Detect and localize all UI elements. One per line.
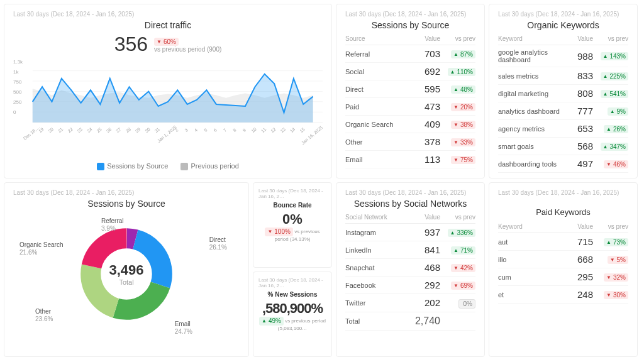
table-row: Other378▼33% <box>345 133 475 151</box>
social-total-row: Total2,740 <box>345 312 475 330</box>
bounce-card: Last 30 days (Dec 18, 2024 - Jan 16, 2… … <box>253 182 332 268</box>
svg-text:22: 22 <box>67 127 74 134</box>
svg-text:2: 2 <box>174 128 179 133</box>
card-title: Direct traffic <box>13 20 323 30</box>
svg-text:26: 26 <box>106 127 113 134</box>
svg-text:30: 30 <box>144 127 151 134</box>
table-row: smart goals568▲347% <box>498 138 628 155</box>
donut-label-direct: Direct26.1% <box>209 236 227 251</box>
table-row: LinkedIn841▲71% <box>345 241 475 259</box>
table-row: Paid473▼20% <box>345 98 475 116</box>
legend-previous[interactable]: Previous period <box>180 162 238 170</box>
svg-text:29: 29 <box>135 127 142 134</box>
svg-text:23: 23 <box>77 127 84 134</box>
table-row: Email113▼75% <box>345 151 475 168</box>
social-card: Last 30 days (Dec 18, 2024 - Jan 16, 202… <box>336 182 485 357</box>
svg-text:3: 3 <box>184 128 189 133</box>
social-table: Social NetworkValuevs prev Instagram937▲… <box>345 211 475 331</box>
svg-text:25: 25 <box>96 127 103 134</box>
y-axis-labels: 1.3k 1k 750 500 250 0 <box>13 60 23 120</box>
svg-text:7: 7 <box>223 128 228 133</box>
table-row: illo668▼5% <box>498 251 628 268</box>
svg-text:20: 20 <box>48 127 55 134</box>
table-row: Social692▲110% <box>345 63 475 80</box>
direct-traffic-card: Last 30 days (Dec 18, 2024 - Jan 16, 202… <box>4 4 332 178</box>
donut-label-other: Other23.6% <box>35 308 53 323</box>
table-row: cum295▼32% <box>498 268 628 286</box>
table-row: google analytics dashboard988▲143% <box>498 45 628 67</box>
table-row: agency metrics653▲26% <box>498 120 628 138</box>
svg-text:27: 27 <box>115 127 122 134</box>
svg-text:Dec 18,…: Dec 18,… <box>23 124 42 141</box>
table-row: Organic Search409▼38% <box>345 116 475 133</box>
donut-label-email: Email24.7% <box>175 321 192 336</box>
svg-text:5: 5 <box>203 128 208 133</box>
svg-text:6: 6 <box>213 128 218 133</box>
table-row: Twitter2020% <box>345 294 475 312</box>
paid-keywords-card: Last 30 days (Dec 18, 2024 - Jan 16, 202… <box>489 182 638 357</box>
table-row: Direct595▲48% <box>345 80 475 98</box>
direct-traffic-delta: ▼60% <box>154 38 179 46</box>
donut-total: 3,496 <box>109 262 143 278</box>
direct-traffic-value: 356 <box>114 33 148 56</box>
date-range: Last 30 days (Dec 18, 2024 - Jan 16, 202… <box>13 11 323 18</box>
table-row: aut715▲73% <box>498 233 628 251</box>
svg-text:13: 13 <box>280 127 287 134</box>
table-row: dashboarding tools497▼46% <box>498 155 628 173</box>
sessions-source-card: Last 30 days (Dec 18, 2024 - Jan 16, 202… <box>336 4 485 178</box>
svg-text:11: 11 <box>260 127 267 134</box>
svg-text:15: 15 <box>299 127 306 134</box>
svg-text:Jan 1, 2025: Jan 1, 2025 <box>157 124 178 143</box>
svg-text:24: 24 <box>86 127 93 134</box>
svg-text:12: 12 <box>270 127 277 134</box>
svg-text:31: 31 <box>154 127 161 134</box>
table-row: Snapchat468▼42% <box>345 259 475 277</box>
legend-sessions[interactable]: Sessions by Source <box>97 162 168 170</box>
new-sessions-card: Last 30 days (Dec 18, 2024 - Jan 16, 2… … <box>253 272 332 357</box>
table-row: digital marketing808▲541% <box>498 85 628 102</box>
table-row: Referral703▲87% <box>345 45 475 63</box>
table-row: sales metrics833▲225% <box>498 67 628 85</box>
table-row: analytics dashboard777▲9% <box>498 102 628 120</box>
organic-keywords-card: Last 30 days (Dec 18, 2024 - Jan 16, 202… <box>489 4 638 178</box>
compare-text: vs previous period (900) <box>154 46 221 53</box>
svg-text:14: 14 <box>289 127 296 134</box>
svg-text:8: 8 <box>232 128 237 133</box>
svg-text:9: 9 <box>242 128 247 133</box>
svg-text:4: 4 <box>194 128 199 133</box>
table-row: et248▼30% <box>498 286 628 304</box>
donut-label-referral: Referral3.9% <box>101 217 124 233</box>
svg-text:10: 10 <box>250 127 257 134</box>
svg-text:28: 28 <box>125 127 132 134</box>
donut-label-organic: Organic Search21.6% <box>19 241 63 256</box>
line-chart: Dec 18,… 19202122232425262728293031 Jan … <box>13 56 323 156</box>
donut-card: Last 30 days (Dec 18, 2024 - Jan 16, 202… <box>4 182 249 357</box>
svg-text:21: 21 <box>57 127 64 134</box>
table-row: Facebook292▼69% <box>345 277 475 294</box>
organic-keywords-table: KeywordValuevs prev google analytics das… <box>498 33 628 173</box>
sessions-source-table: SourceValuevs prev Referral703▲87%Social… <box>345 33 475 168</box>
table-row: Instagram937▲336% <box>345 224 475 241</box>
paid-keywords-table: KeywordValuevs prev aut715▲73%illo668▼5%… <box>498 221 628 304</box>
